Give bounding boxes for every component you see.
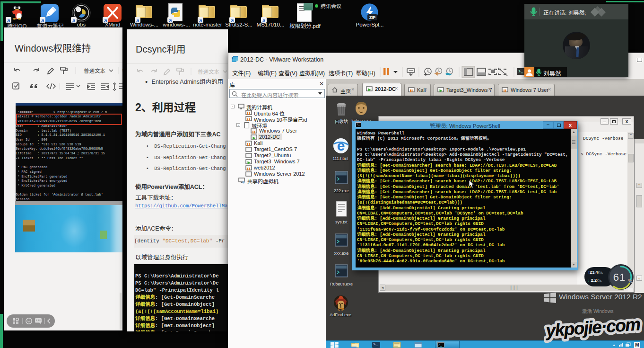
svg-text:e: e <box>337 138 345 153</box>
svg-text:ZIP: ZIP <box>369 15 376 20</box>
svg-text:61: 61 <box>613 271 626 283</box>
svg-text:ykpojie·com: ykpojie·com <box>544 314 641 340</box>
svg-text:%: % <box>628 278 632 284</box>
svg-text:CTF: CTF <box>338 308 344 311</box>
svg-text:普通文本: 普通文本 <box>84 68 105 74</box>
svg-text:微: 微 <box>122 68 122 74</box>
svg-text:普通文本: 普通文本 <box>198 69 219 75</box>
